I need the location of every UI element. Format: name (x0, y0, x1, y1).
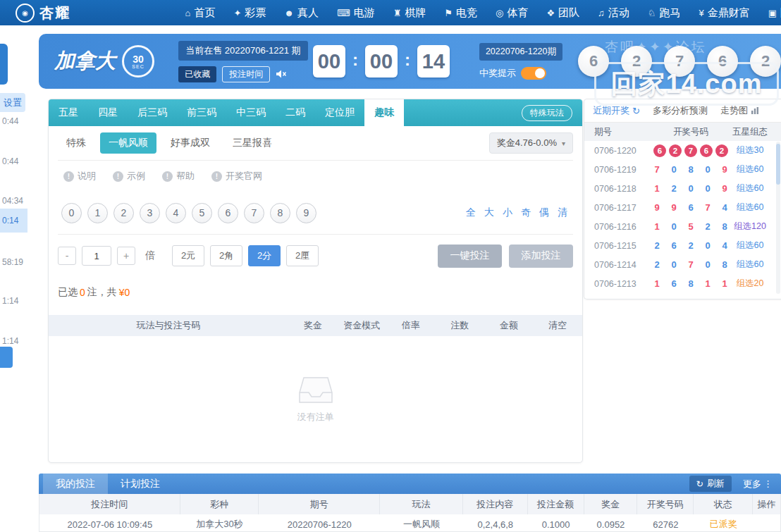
subtab-sanxingbaoxi[interactable]: 三星报喜 (224, 132, 281, 154)
refresh-label: 刷新 (707, 478, 725, 490)
tab-sixing[interactable]: 四星 (88, 99, 128, 126)
one-key-bet-button[interactable]: 一键投注 (438, 245, 502, 268)
unit-li-button[interactable]: 2厘 (286, 245, 319, 266)
scrollbar-track[interactable] (776, 142, 780, 294)
tab-label: 近期开奖 (593, 104, 629, 117)
lottery-logo: 加拿大 30 SEC (39, 45, 178, 78)
clear-all-button[interactable]: 清空 (534, 319, 583, 332)
number-ball-7[interactable]: 7 (244, 203, 264, 223)
nav-items: ⌂首页 ✦彩票 ☻真人 ⌨电游 ♜棋牌 ⚑电竞 ◎体育 ❖团队 ♫活动 ♘跑马 … (121, 6, 781, 20)
number-ball-0[interactable]: 0 (61, 203, 82, 223)
nav-item-sports[interactable]: ◎体育 (496, 6, 528, 20)
subtab-haoshichengshuang[interactable]: 好事成双 (162, 132, 219, 154)
number-ball-4[interactable]: 4 (166, 203, 186, 223)
countdown-timer: 00 : 00 : 14 (313, 45, 450, 78)
tab-my-bets-active[interactable]: 我的投注 (43, 474, 108, 494)
special-play-button[interactable]: 特殊玩法 (522, 105, 572, 121)
draw-numbers: 12009 (649, 183, 732, 194)
quick-pick-odd[interactable]: 奇 (521, 206, 531, 219)
number-ball-5[interactable]: 5 (192, 203, 212, 223)
tab-trend-chart[interactable]: 走势图 (720, 104, 759, 117)
bet-play: 一帆风顺 (380, 514, 463, 532)
col-bet-count: 注数 (436, 319, 485, 332)
sidebar-action-button[interactable] (0, 347, 13, 368)
subtab-teshu[interactable]: 特殊 (58, 132, 94, 154)
favorited-button[interactable]: 已收藏 (178, 66, 216, 82)
bet-time-button[interactable]: 投注时间 (222, 66, 270, 82)
nav-item-team[interactable]: ❖团队 (546, 6, 579, 20)
tab-analysis-forecast[interactable]: 多彩分析预测 (653, 104, 708, 117)
nav-item-misc[interactable]: ▣陶 (768, 6, 781, 20)
quick-pick-big[interactable]: 大 (484, 206, 494, 219)
nav-item-live[interactable]: ☻真人 (284, 6, 319, 20)
nav-item-egames[interactable]: ⌨电游 (337, 6, 375, 20)
link-shuoming[interactable]: !说明 (63, 170, 96, 183)
number-ball-6[interactable]: 6 (218, 203, 238, 223)
nav-label: 体育 (507, 6, 528, 20)
lottery-countdown-item[interactable]: 0:44 (2, 116, 18, 126)
quick-pick-even[interactable]: 偶 (539, 206, 549, 219)
nav-item-home[interactable]: ⌂首页 (185, 6, 216, 20)
mute-speaker-icon[interactable] (276, 69, 287, 79)
unit-yuan-button[interactable]: 2元 (172, 245, 204, 266)
unit-jiao-button[interactable]: 2角 (210, 245, 242, 266)
refresh-button[interactable]: ↻ 刷新 (689, 476, 732, 492)
nav-item-esports[interactable]: ⚑电竞 (444, 6, 477, 20)
tab-recent-draws-active[interactable]: 近期开奖 ↻ (593, 104, 640, 117)
nav-label: 金鼎财富 (708, 6, 750, 20)
col-draw-numbers: 开奖号码 (649, 126, 732, 138)
win-tip-toggle[interactable] (521, 67, 546, 80)
bonus-rate-dropdown[interactable]: 奖金4.76-0.0% ▾ (489, 132, 573, 154)
nav-item-chess[interactable]: ♜棋牌 (393, 6, 426, 20)
nav-item-activity[interactable]: ♫活动 (598, 6, 629, 20)
lottery-countdown-item[interactable]: 0:44 (2, 156, 18, 166)
bet-issue: 20220706-1220 (259, 514, 380, 532)
scrollbar-thumb[interactable] (776, 144, 780, 185)
tab-qiansanma[interactable]: 前三码 (177, 99, 226, 126)
tab-zhongsanma[interactable]: 中三码 (226, 99, 276, 126)
link-official-site[interactable]: !开奖官网 (211, 170, 262, 183)
tab-quwei-active[interactable]: 趣味 (364, 99, 404, 126)
lottery-countdown-item[interactable]: 58:19 (2, 257, 23, 267)
multiplier-minus-button[interactable]: - (58, 247, 76, 265)
lottery-countdown-item[interactable]: 04:34 (2, 196, 23, 206)
tab-erma[interactable]: 二码 (276, 99, 315, 126)
link-bangzhu[interactable]: !帮助 (162, 170, 195, 183)
collapsed-sidebar-tab[interactable] (0, 44, 8, 85)
brand[interactable]: ◉ 杏耀 (0, 4, 121, 23)
unit-fen-button-active[interactable]: 2分 (248, 245, 281, 266)
badge-unit: SEC (132, 64, 144, 69)
link-shili[interactable]: !示例 (113, 170, 145, 183)
multiplier-plus-button[interactable]: + (117, 247, 135, 265)
number-ball-2[interactable]: 2 (113, 203, 134, 223)
nav-item-wealth[interactable]: ¥金鼎财富 (699, 6, 749, 20)
number-ball-8[interactable]: 8 (270, 203, 290, 223)
lottery-countdown-item-selected[interactable]: 0:14 (0, 209, 27, 233)
nav-item-lottery[interactable]: ✦彩票 (233, 6, 266, 20)
countdown-colon: : (405, 50, 410, 70)
number-ball-3[interactable]: 3 (140, 203, 160, 223)
settings-tab[interactable]: 设置 (0, 93, 25, 112)
tab-plan-bets[interactable]: 计划投注 (108, 474, 173, 494)
quick-pick-small[interactable]: 小 (503, 206, 512, 219)
selected-amount: ¥0 (119, 287, 130, 298)
tab-dingweidan[interactable]: 定位胆 (315, 99, 364, 126)
multiplier-input[interactable]: 1 (82, 246, 111, 266)
lottery-countdown-item[interactable]: 1:14 (2, 336, 18, 346)
tab-housanma[interactable]: 后三码 (128, 99, 177, 126)
refresh-icon[interactable]: ↻ (632, 106, 640, 116)
quick-pick-all[interactable]: 全 (466, 206, 476, 219)
empty-inbox-icon (298, 376, 333, 405)
add-bet-button[interactable]: 添加投注 (509, 245, 573, 268)
number-ball-1[interactable]: 1 (87, 203, 108, 223)
col-play: 玩法 (380, 494, 463, 514)
quick-pick-clear[interactable]: 清 (558, 206, 567, 219)
lottery-countdown-item[interactable]: 1:14 (2, 296, 18, 306)
col-bet-amount: 投注金额 (528, 494, 584, 514)
nav-item-horse-racing[interactable]: ♘跑马 (648, 6, 681, 20)
play-panel: 五星 四星 后三码 前三码 中三码 二码 定位胆 趣味 特殊玩法 特殊 一帆风顺… (48, 99, 583, 463)
subtab-yifanfengshun-active[interactable]: 一帆风顺 (100, 132, 156, 154)
tab-wuxing[interactable]: 五星 (49, 99, 88, 126)
more-button[interactable]: 更多 ⋮ (743, 478, 773, 490)
number-ball-9[interactable]: 9 (296, 203, 316, 223)
